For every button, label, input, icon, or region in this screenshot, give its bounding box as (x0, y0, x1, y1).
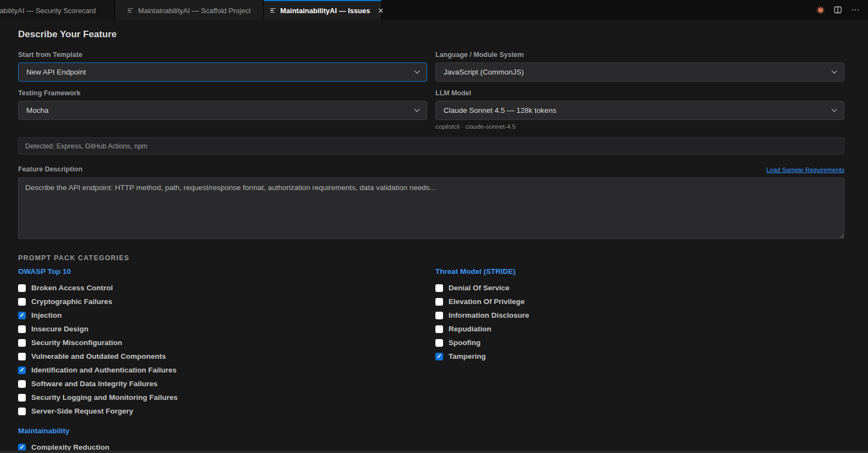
detected-stack-banner: Detected: Express, GitHub Actions, npm (18, 137, 844, 154)
checkbox-icon (18, 408, 26, 415)
language-select-value: JavaScript (CommonJS) (444, 68, 524, 76)
stride-group-title[interactable]: Threat Model (STRIDE) (435, 267, 844, 276)
checkbox-security-logging-monitoring-failures[interactable]: Security Logging and Monitoring Failures (18, 391, 427, 404)
template-select[interactable]: New API Endpoint (18, 62, 427, 82)
checkbox-icon (435, 353, 443, 360)
tab-label: MaintainabilityAI — Issues (280, 7, 370, 15)
llm-field: LLM Model Claude Sonnet 4.5 — 128k token… (435, 89, 844, 130)
checkbox-icon (18, 312, 26, 319)
checkbox-insecure-design[interactable]: Insecure Design (18, 322, 427, 336)
checkbox-icon (18, 339, 26, 347)
checkbox-icon (435, 284, 443, 292)
checkbox-denial-of-service[interactable]: Denial Of Service (435, 281, 844, 295)
prompt-pack-categories-heading: PROMPT PACK CATEGORIES (18, 254, 844, 262)
tab-bar: MaintainabilityAI — Security Scorecard M… (0, 0, 868, 20)
checkbox-tampering[interactable]: Tampering (435, 349, 844, 363)
template-label: Start from Template (18, 51, 427, 59)
claude-starburst-icon[interactable] (815, 5, 825, 15)
chevron-down-icon (415, 68, 420, 74)
owasp-group-title[interactable]: OWASP Top 10 (18, 267, 427, 276)
split-editor-icon[interactable] (833, 5, 843, 15)
load-sample-requirements-link[interactable]: Load Sample Requirements (766, 167, 844, 173)
language-field: Language / Module System JavaScript (Com… (435, 51, 844, 82)
llm-detail: copilotcli · claude-sonnet-4.5 (435, 123, 844, 130)
chevron-down-icon (832, 107, 837, 112)
template-select-value: New API Endpoint (26, 68, 86, 76)
checkbox-server-side-request-forgery[interactable]: Server-Side Request Forgery (18, 404, 427, 418)
testing-select-value: Mocha (26, 106, 49, 114)
more-actions-icon[interactable]: ⋯ (850, 5, 860, 15)
checkbox-icon (18, 325, 26, 333)
maintainability-group: Maintainability Complexity Reduction Dep… (18, 427, 427, 453)
checkbox-spoofing[interactable]: Spoofing (435, 336, 844, 349)
categories-grid: OWASP Top 10 Broken Access Control Crypt… (18, 267, 844, 453)
tab-security-scorecard[interactable]: MaintainabilityAI — Security Scorecard (0, 0, 115, 20)
checkbox-elevation-of-privilege[interactable]: Elevation Of Privilege (435, 295, 844, 308)
checkbox-repudiation[interactable]: Repudiation (435, 322, 844, 336)
description-header: Feature Description Load Sample Requirem… (18, 165, 844, 173)
checkbox-icon (435, 325, 443, 333)
preview-icon (270, 8, 276, 13)
tab-label: MaintainabilityAI — Scaffold Project (138, 7, 251, 15)
testing-field: Testing Framework Mocha (18, 89, 427, 130)
description-label: Feature Description (18, 165, 82, 173)
preview-icon (128, 8, 134, 13)
language-label: Language / Module System (435, 51, 844, 59)
categories-left-column: OWASP Top 10 Broken Access Control Crypt… (18, 267, 427, 453)
llm-label: LLM Model (435, 89, 844, 97)
llm-select-value: Claude Sonnet 4.5 — 128k tokens (444, 106, 557, 114)
issues-panel: Describe Your Feature Start from Templat… (0, 20, 868, 453)
maintainability-group-title[interactable]: Maintainability (18, 427, 427, 435)
owasp-group: OWASP Top 10 Broken Access Control Crypt… (18, 267, 427, 418)
testing-select[interactable]: Mocha (18, 101, 427, 120)
page-title: Describe Your Feature (18, 29, 844, 40)
close-icon[interactable]: ✕ (378, 7, 384, 15)
llm-select[interactable]: Claude Sonnet 4.5 — 128k tokens (435, 101, 844, 120)
tab-scaffold-project[interactable]: MaintainabilityAI — Scaffold Project (115, 0, 264, 20)
checkbox-software-data-integrity-failures[interactable]: Software and Data Integrity Failures (18, 377, 427, 391)
checkbox-identification-authentication-failures[interactable]: Identification and Authentication Failur… (18, 363, 427, 377)
checkbox-cryptographic-failures[interactable]: Cryptographic Failures (18, 295, 427, 308)
checkbox-icon (435, 339, 443, 347)
checkbox-security-misconfiguration[interactable]: Security Misconfiguration (18, 336, 427, 349)
editor-actions: ⋯ (815, 0, 860, 20)
tab-label: MaintainabilityAI — Security Scorecard (0, 7, 96, 15)
checkbox-injection[interactable]: Injection (18, 308, 427, 322)
language-select[interactable]: JavaScript (CommonJS) (435, 62, 844, 82)
horizontal-scrollbar[interactable] (0, 450, 868, 453)
chevron-down-icon (832, 68, 837, 74)
tab-issues[interactable]: MaintainabilityAI — Issues ✕ (264, 0, 382, 20)
template-field: Start from Template New API Endpoint (18, 51, 427, 82)
checkbox-icon (18, 380, 26, 388)
checkbox-icon (18, 353, 26, 360)
feature-description-input[interactable] (18, 177, 844, 239)
checkbox-vulnerable-outdated-components[interactable]: Vulnerable and Outdated Components (18, 349, 427, 363)
checkbox-icon (18, 284, 26, 292)
form-grid: Start from Template New API Endpoint Lan… (18, 51, 844, 154)
checkbox-broken-access-control[interactable]: Broken Access Control (18, 281, 427, 295)
checkbox-icon (435, 298, 443, 306)
checkbox-icon (435, 312, 443, 319)
testing-label: Testing Framework (18, 89, 427, 97)
stride-group: Threat Model (STRIDE) Denial Of Service … (435, 267, 844, 363)
checkbox-information-disclosure[interactable]: Information Disclosure (435, 308, 844, 322)
checkbox-icon (18, 394, 26, 402)
categories-right-column: Threat Model (STRIDE) Denial Of Service … (435, 267, 844, 453)
checkbox-icon (18, 298, 26, 306)
checkbox-icon (18, 366, 26, 374)
chevron-down-icon (415, 107, 420, 112)
